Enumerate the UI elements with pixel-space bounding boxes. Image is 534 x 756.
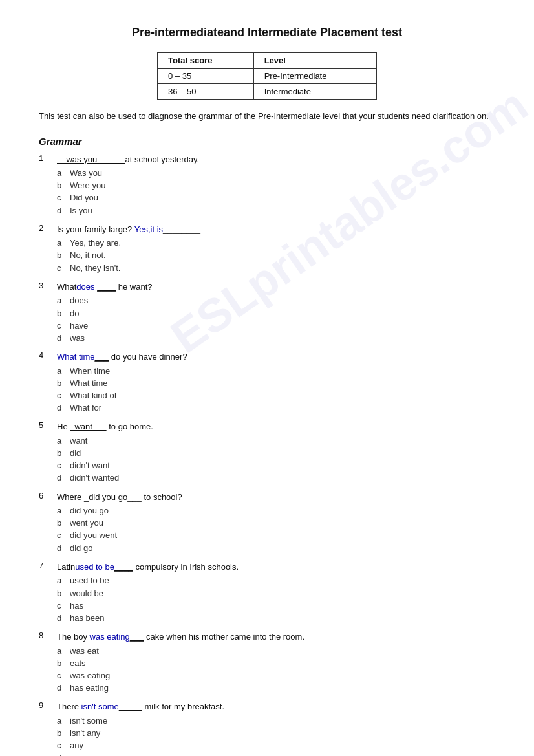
options-list: aYes, they are.bNo, it not.cNo, they isn… [57,237,495,274]
option-letter: c [57,192,70,204]
question-row: 6Where _did you go___ to school? [39,491,495,504]
option-letter: b [57,250,70,261]
question-row: 2Is your family large? Yes,it is________ [39,223,495,236]
question-normal-text: he want? [116,282,152,292]
option-letter: a [57,575,70,587]
option-text: When time [70,365,110,377]
option-item: dhas been [57,612,495,624]
option-text: was [70,332,85,344]
question-normal-text: to school? [142,492,182,502]
question-number: 8 [39,631,57,640]
question-blank: ____ [114,562,133,572]
option-text: did [70,448,81,459]
option-text: did you go [70,505,109,517]
question-text: Where _did you go___ to school? [57,491,182,504]
option-text: didn't wanted [70,472,119,484]
score-table-cell: Intermediate [253,84,376,100]
question-normal-text: at school yesterday. [125,155,200,164]
option-item: dwas [57,332,495,344]
option-text: Were you [70,180,105,191]
option-text: Yes, they are. [70,237,121,249]
option-text: want [70,435,87,447]
option-text: Did you [70,192,98,204]
option-item: cany [57,740,495,751]
score-table-header-level: Level [253,53,376,69]
score-table-cell: Pre-Intermediate [253,69,376,84]
option-text: any [70,740,83,751]
option-item: bNo, it not. [57,250,495,261]
option-letter: b [57,517,70,529]
option-item: awant [57,435,495,447]
question-blank: ___ [95,352,109,362]
option-letter: a [57,295,70,307]
question-number: 4 [39,351,57,360]
option-item: aYes, they are. [57,237,495,249]
option-letter: c [57,263,70,274]
option-item: cdidn't want [57,460,495,471]
option-item: cwas eating [57,670,495,682]
question-normal-text: The boy [57,632,90,642]
option-letter: a [57,435,70,447]
score-table-cell: 36 – 50 [158,84,254,100]
question-normal-text: cake when his mother came into the room. [144,632,304,642]
option-letter: c [57,460,70,471]
question-blank: __was you______ [57,155,125,164]
options-list: adoesbdochavedwas [57,295,495,344]
question-row: 1__was you______at school yesterday. [39,153,495,166]
option-item: awas eat [57,645,495,657]
option-item: dhas eating [57,682,495,694]
question-item: 6Where _did you go___ to school?adid you… [39,491,495,554]
option-letter: a [57,237,70,249]
option-letter: c [57,320,70,332]
option-text: did go [70,543,92,554]
options-list: aisn't somebisn't anycanyd— [57,715,495,756]
question-normal-text: He [57,422,70,431]
option-text: would be [70,588,103,599]
question-number: 1 [39,153,57,163]
question-blank: ____ [97,282,116,292]
options-list: aWas youbWere youcDid youdIs you [57,167,495,217]
option-letter: d [57,402,70,414]
question-normal-text: to go home. [107,422,153,431]
question-row: 9There isn't some_____ milk for my break… [39,700,495,713]
question-normal-text: What [57,282,76,292]
option-letter: d [57,332,70,344]
option-item: aisn't some [57,715,495,727]
option-text: No, it not. [70,250,106,261]
intro-text: This test can also be used to diagnose t… [39,110,495,123]
question-row: 8The boy was eating___ cake when his mot… [39,631,495,643]
option-text: What kind of [70,390,116,402]
option-letter: a [57,715,70,727]
option-text: was eat [70,645,99,657]
option-text: isn't some [70,715,107,727]
options-list: awas eatbeatscwas eatingdhas eating [57,645,495,695]
question-item: 9There isn't some_____ milk for my break… [39,700,495,756]
option-text: What time [70,378,108,389]
option-item: aused to be [57,575,495,587]
option-item: chave [57,320,495,332]
question-number: 9 [39,700,57,710]
option-item: ddid go [57,543,495,554]
question-item: 2Is your family large? Yes,it is________… [39,223,495,274]
question-row: 7Latinused to be____ compulsory in Irish… [39,561,495,574]
question-normal-text: do you have dinner? [109,352,187,362]
option-letter: a [57,505,70,517]
option-text: Was you [70,167,102,179]
option-item: aWas you [57,167,495,179]
option-item: aWhen time [57,365,495,377]
option-item: cWhat kind of [57,390,495,402]
question-text: __was you______at school yesterday. [57,153,199,166]
options-list: aused to bebwould bechasdhas been [57,575,495,624]
question-blank: ___ [130,632,144,642]
question-highlight: does [76,282,94,292]
option-text: do [70,308,79,319]
question-number: 7 [39,561,57,570]
option-letter: b [57,180,70,191]
question-text: He _want___ to go home. [57,420,153,433]
option-letter: d [57,205,70,217]
option-text: has [70,600,83,612]
question-number: 6 [39,491,57,501]
option-letter: b [57,308,70,319]
question-normal-text: Is your family large? [57,224,134,234]
option-text: No, they isn't. [70,263,120,274]
